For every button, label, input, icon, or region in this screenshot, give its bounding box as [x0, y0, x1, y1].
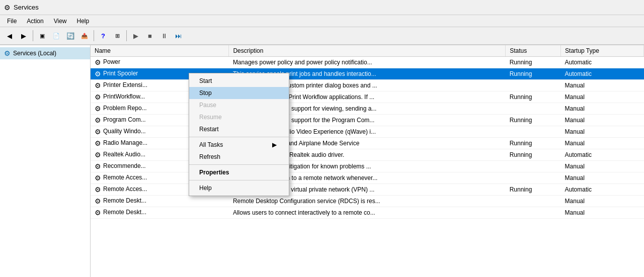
sidebar-item-services-local[interactable]: ⚙ Services (Local): [0, 47, 90, 59]
title-bar: ⚙ Services: [0, 0, 644, 15]
stop-button[interactable]: ■: [143, 30, 156, 42]
service-icon: ⚙: [95, 128, 101, 136]
context-menu-item-properties[interactable]: Properties: [189, 166, 289, 178]
service-startup-cell: Automatic: [561, 57, 644, 68]
context-menu-item-resume: Resume: [189, 111, 289, 123]
resume-button[interactable]: ⏭: [172, 30, 185, 42]
table-row[interactable]: ⚙Printer Extensi... This service opens c…: [91, 80, 644, 91]
context-menu: StartStopPauseResumeRestartAll Tasks▶Ref…: [189, 73, 289, 196]
service-name-cell: ⚙Remote Deskt...: [91, 207, 229, 219]
service-status-cell: [506, 80, 561, 91]
service-startup-cell: Manual: [561, 196, 644, 207]
service-icon: ⚙: [95, 81, 101, 89]
service-status-cell: Running: [506, 68, 561, 80]
service-status-cell: [506, 207, 561, 219]
context-menu-item-stop[interactable]: Stop: [189, 87, 289, 99]
table-row[interactable]: ⚙Recommende... Enables automatic mitigat…: [91, 161, 644, 172]
service-startup-cell: Manual: [561, 207, 644, 219]
context-menu-separator: [189, 137, 289, 137]
service-icon: ⚙: [95, 116, 101, 124]
export-button[interactable]: 📤: [78, 30, 91, 42]
menu-bar: File Action View Help: [0, 15, 644, 27]
toolbar-separator-2: [94, 30, 94, 41]
service-name-cell: ⚙Remote Deskt...: [91, 196, 229, 207]
service-startup-cell: Automatic: [561, 68, 644, 80]
table-row[interactable]: ⚙PrintWorkflow... Provides support for P…: [91, 91, 644, 103]
menu-view[interactable]: View: [49, 17, 72, 26]
services-icon: ⚙: [4, 49, 11, 57]
toolbar-separator-3: [126, 30, 127, 41]
service-startup-cell: Manual: [561, 80, 644, 91]
service-status-cell: [506, 103, 561, 115]
menu-action[interactable]: Action: [22, 17, 48, 26]
title-bar-text: Services: [14, 4, 39, 11]
service-startup-cell: Manual: [561, 161, 644, 172]
service-icon: ⚙: [95, 209, 101, 217]
content-area: Name Description Status Startup Type ⚙Po…: [91, 45, 644, 277]
service-icon: ⚙: [95, 186, 101, 194]
service-icon: ⚙: [95, 151, 101, 159]
service-startup-cell: Automatic: [561, 149, 644, 161]
service-startup-cell: Manual: [561, 103, 644, 115]
properties-button[interactable]: 📄: [50, 30, 63, 42]
service-icon: ⚙: [95, 70, 101, 78]
service-startup-cell: Manual: [561, 138, 644, 149]
service-icon: ⚙: [95, 105, 101, 113]
forward-button[interactable]: ▶: [17, 30, 30, 42]
col-header-status[interactable]: Status: [506, 45, 561, 57]
table-row[interactable]: ⚙Program Com... This service provides su…: [91, 115, 644, 126]
service-status-cell: Running: [506, 184, 561, 196]
context-menu-separator: [189, 164, 289, 165]
col-header-name[interactable]: Name: [91, 45, 229, 57]
table-row[interactable]: ⚙Remote Deskt... Remote Desktop Configur…: [91, 196, 644, 207]
table-row[interactable]: ⚙Realtek Audio... For cooperation with R…: [91, 149, 644, 161]
menu-help[interactable]: Help: [72, 17, 95, 26]
show-hide-button[interactable]: ▣: [36, 30, 49, 42]
table-row[interactable]: ⚙Remote Deskt... Allows users to connect…: [91, 207, 644, 219]
service-name-cell: ⚙Power: [91, 57, 229, 68]
view-button[interactable]: ⊞: [111, 30, 124, 42]
play-button[interactable]: ▶: [129, 30, 142, 42]
service-icon: ⚙: [95, 162, 101, 170]
service-desc-cell: Allows users to connect interactively to…: [229, 207, 506, 219]
help-button[interactable]: ?: [97, 30, 110, 42]
context-menu-item-refresh[interactable]: Refresh: [189, 151, 289, 163]
service-status-cell: Running: [506, 91, 561, 103]
refresh-button[interactable]: 🔄: [64, 30, 77, 42]
context-menu-item-restart[interactable]: Restart: [189, 123, 289, 135]
service-status-cell: [506, 172, 561, 184]
context-menu-item-pause: Pause: [189, 99, 289, 111]
table-row[interactable]: ⚙Quality Windo... Quality Windows Audio …: [91, 126, 644, 138]
context-menu-item-help[interactable]: Help: [189, 182, 289, 194]
service-status-cell: [506, 196, 561, 207]
table-row[interactable]: ⚙Problem Repo... This service provides s…: [91, 103, 644, 115]
service-icon: ⚙: [95, 58, 101, 66]
sidebar-label: Services (Local): [13, 50, 56, 57]
col-header-desc[interactable]: Description: [229, 45, 506, 57]
table-row[interactable]: ⚙Remote Acces... Creates a connection to…: [91, 172, 644, 184]
context-menu-item-start[interactable]: Start: [189, 75, 289, 87]
table-row[interactable]: ⚙Radio Manage... Radio Management and Ai…: [91, 138, 644, 149]
service-status-cell: Running: [506, 115, 561, 126]
service-icon: ⚙: [95, 139, 101, 147]
table-scroll[interactable]: Name Description Status Startup Type ⚙Po…: [91, 45, 644, 277]
service-icon: ⚙: [95, 93, 101, 101]
main-area: ⚙ Services (Local) Name Description Stat…: [0, 45, 644, 277]
service-startup-cell: Automatic: [561, 184, 644, 196]
toolbar: ◀ ▶ ▣ 📄 🔄 📤 ? ⊞ ▶ ■ ⏸ ⏭: [0, 27, 644, 45]
table-row[interactable]: ⚙Power Manages power policy and power po…: [91, 57, 644, 68]
col-header-startup[interactable]: Startup Type: [561, 45, 644, 57]
service-startup-cell: Manual: [561, 126, 644, 138]
submenu-arrow-icon: ▶: [272, 141, 277, 148]
table-row[interactable]: ⚙Remote Acces... Manages dial-up and vir…: [91, 184, 644, 196]
table-row[interactable]: ⚙Print Spooler This service spools print…: [91, 68, 644, 80]
menu-file[interactable]: File: [2, 17, 22, 26]
service-status-cell: [506, 161, 561, 172]
service-status-cell: Running: [506, 57, 561, 68]
back-button[interactable]: ◀: [3, 30, 16, 42]
service-status-cell: [506, 126, 561, 138]
pause-button[interactable]: ⏸: [157, 30, 171, 42]
service-startup-cell: Manual: [561, 172, 644, 184]
service-startup-cell: Manual: [561, 91, 644, 103]
context-menu-item-all-tasks[interactable]: All Tasks▶: [189, 139, 289, 151]
